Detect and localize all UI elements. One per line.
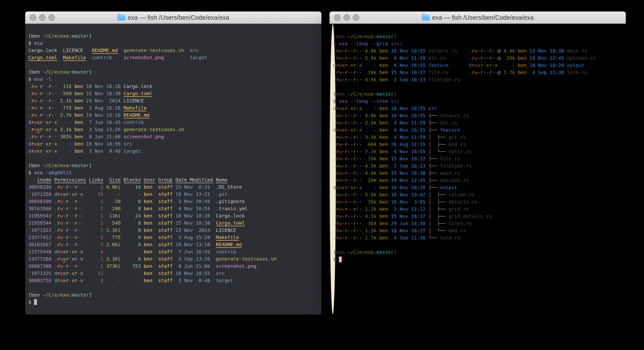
terminal-line: 30048390 .rw-r--r-- 1 20 8 ben staff 2 N… xyxy=(28,198,319,205)
traffic-lights xyxy=(30,14,55,21)
terminal-line: Cargo.lock LICENCE README.md generate-te… xyxy=(28,47,319,54)
terminal-line: inode Permissions Links Size Blocks User… xyxy=(28,176,319,184)
terminal-line: .rw-r--r-- 549 ben 15 Nov 18:38 Cargo.to… xyxy=(28,90,319,97)
terminal-line: drwxr-xr-x - ben 18 Nov 18:55 src xyxy=(28,140,319,148)
window-title-text: exa — fish /Users/ben/Code/exa/exa xyxy=(432,14,534,21)
terminal-content-light[interactable]: [ben ~/C/e/exa:master]$ exa --long --gri… xyxy=(330,24,336,314)
terminal-line: drwxr-xr-x - ben 3 Nov 0:48 target xyxy=(28,148,319,154)
terminal-line: .rw-r--r-- 2.7k ben 19 Nov 13:18 README.… xyxy=(28,112,319,119)
minimize-button[interactable] xyxy=(344,14,350,21)
terminal-line: 31959543 .rw-r--r-- 1 11Ki 24 ben staff … xyxy=(28,212,319,219)
terminal-line: .rw-r--r-- 1.1k ben 23 Nov 2014 LICENCE xyxy=(28,97,319,104)
terminal-line: .rwxr-xr-x 3.1k ben 3 Sep 13:26 generate… xyxy=(28,126,319,133)
titlebar: exa — fish /Users/ben/Code/exa/exa xyxy=(25,12,322,24)
terminal-line: [ben ~/C/e/exa:master] xyxy=(28,68,319,76)
terminal-line: 30030336 .rw-r--r-- 1 6.0Ki 16 ben staff… xyxy=(28,184,319,190)
window-title: exa — fish /Users/ben/Code/exa/exa xyxy=(422,14,534,21)
terminal-line: $ exa -l xyxy=(28,76,319,83)
folder-icon xyxy=(118,14,125,20)
terminal-line: .rw-r--r-- 775 ben 2 Aug 15:28 Makefile xyxy=(28,104,319,112)
terminal-line: 31959544 .rw-r--r-- 1 549 8 ben staff 15… xyxy=(28,219,319,226)
close-button[interactable] xyxy=(334,14,340,21)
terminal-line: 30163567 .rw-r--r-- 1 2.6Ki 8 ben staff … xyxy=(28,241,319,248)
window-title-text: exa — fish /Users/ben/Code/exa/exa xyxy=(128,14,229,21)
minimize-button[interactable] xyxy=(39,14,46,21)
terminal-window-dark: exa — fish /Users/ben/Code/exa/exa [ben … xyxy=(25,12,322,314)
terminal-line: 12375448 drwxr-xr-x 4 - - ben staff 7 Ju… xyxy=(28,248,319,255)
terminal-line: $ exa -abghHliS xyxy=(28,169,319,176)
terminal-window-light: exa — fish /Users/ben/Code/exa/exa [ben … xyxy=(330,12,626,314)
terminal-line: 1971322 .rw-r--r-- 1 1.1Ki 8 ben staff 2… xyxy=(28,226,319,234)
terminal-line: drwxr-xr-x - ben 7 Jun 16:45 contrib xyxy=(28,119,319,126)
terminal-line: 1971325 drwxr-xr-x 11 - - ben staff 18 N… xyxy=(28,270,319,277)
terminal-line: 20087308 .rw-r--r-- 1 373Ki 752 ben staf… xyxy=(28,262,319,270)
terminal-line: [ben ~/C/e/exa:master] xyxy=(28,162,319,169)
traffic-lights xyxy=(334,14,359,21)
terminal-line: 23377412 .rw-r--r-- 1 775 8 ben staff 2 … xyxy=(28,234,319,241)
zoom-button[interactable] xyxy=(48,14,55,21)
folder-icon xyxy=(422,14,430,20)
terminal-line: 24377288 .rwxr-xr-x 1 3.1Ki 8 ben staff … xyxy=(28,255,319,262)
terminal-line: [ben ~/C/e/exa:master] xyxy=(28,291,319,298)
terminal-line xyxy=(28,61,319,68)
titlebar: exa — fish /Users/ben/Code/exa/exa xyxy=(330,12,626,24)
terminal-content-dark[interactable]: [ben ~/C/e/exa:master]$ exaCargo.lock LI… xyxy=(25,24,322,314)
terminal-line: .rw-r--r-- 382k ben 8 Jun 21:00 screensh… xyxy=(28,133,319,140)
window-title: exa — fish /Users/ben/Code/exa/exa xyxy=(118,14,229,21)
terminal-line: $ exa xyxy=(28,40,319,47)
terminal-line xyxy=(28,154,319,162)
terminal-line: Cargo.toml Makefile contrib screenshot.p… xyxy=(28,54,319,61)
terminal-line: 30163566 .rw-r--r-- 1 200 8 ben staff 4 … xyxy=(28,205,319,212)
terminal-line xyxy=(28,284,319,291)
terminal-line: 1971258 drwxr-xr-x 15 - - ben staff 19 N… xyxy=(28,190,319,198)
terminal-line: .rw-r--r-- 11k ben 18 Nov 18:28 Cargo.lo… xyxy=(28,83,319,90)
zoom-button[interactable] xyxy=(353,14,359,21)
terminal-line: $ xyxy=(28,298,319,306)
terminal-line: [ben ~/C/e/exa:master] xyxy=(28,32,319,40)
terminal-line: 30083756 drwxr-xr-x 3 - - ben staff 3 No… xyxy=(28,277,319,284)
close-button[interactable] xyxy=(30,14,36,21)
